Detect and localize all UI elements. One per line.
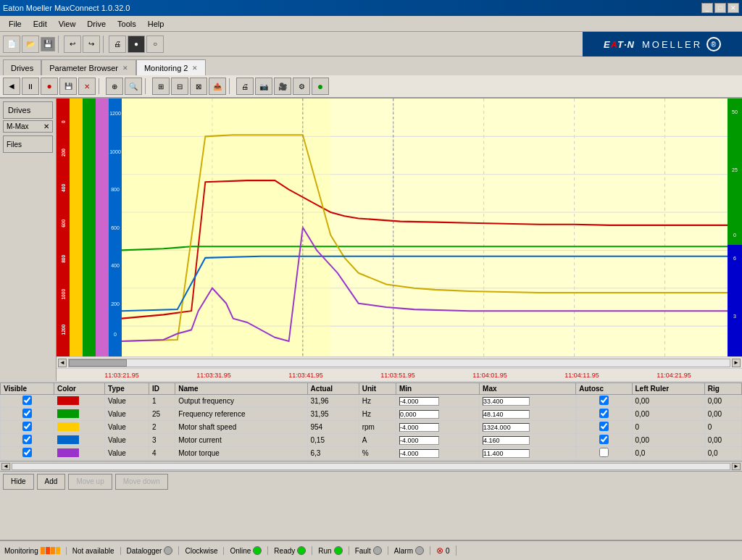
- print-button[interactable]: 🖨: [109, 35, 126, 53]
- autosc-checkbox-0[interactable]: [599, 396, 609, 405]
- max-input-1[interactable]: [483, 410, 530, 419]
- mon-fit-btn[interactable]: ⊞: [152, 78, 170, 95]
- row-min-4[interactable]: [396, 447, 479, 460]
- menu-tools[interactable]: Tools: [112, 18, 142, 30]
- row-autosc-2[interactable]: [576, 421, 632, 434]
- max-input-0[interactable]: [483, 397, 530, 406]
- row-max-3[interactable]: [480, 434, 576, 447]
- mmax-item[interactable]: M-Max ✕: [3, 120, 53, 133]
- scroll-track[interactable]: [68, 359, 730, 367]
- disconnect-button[interactable]: ○: [146, 35, 164, 53]
- table-row[interactable]: Value 1 Output frequency 31,96 Hz 0,00 0…: [1, 395, 742, 408]
- row-min-0[interactable]: [396, 395, 479, 408]
- row-autosc-0[interactable]: [576, 395, 632, 408]
- close-button[interactable]: ✕: [728, 3, 739, 13]
- autosc-checkbox-2[interactable]: [599, 422, 609, 431]
- mon-save-btn[interactable]: 💾: [59, 78, 77, 95]
- table-scroll-right[interactable]: ►: [732, 463, 741, 470]
- table-scroll-left[interactable]: ◄: [1, 463, 10, 470]
- tab-monitoring2-close[interactable]: ✕: [192, 64, 198, 72]
- redo-button[interactable]: ↪: [83, 35, 100, 53]
- table-scroll-track[interactable]: [12, 463, 730, 470]
- table-row[interactable]: Value 4 Motor torque 6,3 % 0,0 0,0: [1, 447, 742, 460]
- window-controls[interactable]: _ □ ✕: [701, 3, 739, 13]
- visible-checkbox-0[interactable]: [22, 396, 32, 405]
- mon-cursor-btn[interactable]: ⊕: [106, 78, 123, 95]
- min-input-4[interactable]: [399, 449, 439, 458]
- mmax-close-icon[interactable]: ✕: [43, 122, 49, 130]
- chart-area[interactable]: 10—0 1200 1000 800 600 400 200 0: [57, 99, 742, 356]
- mon-screenshot-btn[interactable]: 📷: [255, 78, 272, 95]
- mon-export-btn[interactable]: 📤: [209, 78, 226, 95]
- chart-svg[interactable]: [122, 99, 728, 356]
- max-input-4[interactable]: [483, 449, 530, 458]
- minimize-button[interactable]: _: [701, 3, 713, 13]
- max-input-2[interactable]: [483, 423, 530, 432]
- visible-checkbox-1[interactable]: [22, 409, 32, 418]
- mon-config-btn[interactable]: ⚙: [293, 78, 310, 95]
- visible-checkbox-4[interactable]: [22, 448, 32, 457]
- mon-print-btn[interactable]: 🖨: [236, 78, 254, 95]
- add-button[interactable]: Add: [37, 474, 66, 490]
- new-button[interactable]: 📄: [3, 35, 20, 53]
- table-row[interactable]: Value 25 Frequency reference 31,95 Hz 0,…: [1, 408, 742, 421]
- min-input-2[interactable]: [399, 423, 439, 432]
- mon-back-btn[interactable]: ◄: [3, 78, 20, 95]
- tab-monitoring2[interactable]: Monitoring 2 ✕: [136, 59, 207, 75]
- tab-param-close[interactable]: ✕: [122, 64, 128, 72]
- hide-button[interactable]: Hide: [3, 474, 34, 490]
- files-button[interactable]: Files: [3, 135, 53, 153]
- row-max-4[interactable]: [480, 447, 576, 460]
- mon-zoom-btn[interactable]: 🔍: [125, 78, 142, 95]
- autosc-checkbox-4[interactable]: [599, 448, 609, 457]
- row-max-2[interactable]: [480, 421, 576, 434]
- min-input-1[interactable]: [399, 410, 439, 419]
- row-autosc-1[interactable]: [576, 408, 632, 421]
- menu-edit[interactable]: Edit: [28, 18, 53, 30]
- visible-checkbox-2[interactable]: [22, 422, 32, 431]
- menu-help[interactable]: Help: [142, 18, 170, 30]
- row-autosc-3[interactable]: [576, 434, 632, 447]
- mon-cam-btn[interactable]: 🎥: [274, 78, 291, 95]
- tab-param-browser[interactable]: Parameter Browser ✕: [41, 59, 136, 75]
- move-down-button[interactable]: Move down: [115, 474, 168, 490]
- max-input-3[interactable]: [483, 436, 530, 445]
- mon-pause-btn[interactable]: ⏸: [22, 78, 39, 95]
- row-autosc-4[interactable]: [576, 447, 632, 460]
- row-visible-3[interactable]: [1, 434, 54, 447]
- connect-button[interactable]: ●: [128, 35, 145, 53]
- row-visible-0[interactable]: [1, 395, 54, 408]
- move-up-button[interactable]: Move up: [68, 474, 112, 490]
- mon-stop-btn[interactable]: ✕: [78, 78, 96, 95]
- maximize-button[interactable]: □: [714, 3, 726, 13]
- scroll-thumb[interactable]: [69, 359, 127, 367]
- menu-view[interactable]: View: [53, 18, 82, 30]
- row-max-0[interactable]: [480, 395, 576, 408]
- menu-file[interactable]: File: [3, 18, 28, 30]
- row-min-1[interactable]: [396, 408, 479, 421]
- scroll-left-btn[interactable]: ◄: [58, 359, 67, 367]
- menu-drive[interactable]: Drive: [81, 18, 112, 30]
- chart-scrollbar[interactable]: ◄ ►: [57, 356, 742, 368]
- autosc-checkbox-1[interactable]: [599, 409, 609, 418]
- row-min-3[interactable]: [396, 434, 479, 447]
- row-visible-1[interactable]: [1, 408, 54, 421]
- row-min-2[interactable]: [396, 421, 479, 434]
- mon-info-btn[interactable]: ●: [312, 78, 329, 95]
- mon-split-btn[interactable]: ⊠: [190, 78, 207, 95]
- table-scrollbar[interactable]: ◄ ►: [0, 461, 742, 471]
- save-button[interactable]: 💾: [41, 37, 55, 51]
- scroll-right-btn[interactable]: ►: [732, 359, 741, 367]
- row-visible-4[interactable]: [1, 447, 54, 460]
- open-button[interactable]: 📂: [22, 35, 39, 53]
- min-input-3[interactable]: [399, 436, 439, 445]
- mon-record-btn[interactable]: ●: [41, 78, 58, 95]
- mon-grid-btn[interactable]: ⊟: [171, 78, 188, 95]
- undo-button[interactable]: ↩: [64, 35, 81, 53]
- tab-drives[interactable]: Drives: [3, 59, 41, 75]
- visible-checkbox-3[interactable]: [22, 435, 32, 444]
- row-visible-2[interactable]: [1, 421, 54, 434]
- row-max-1[interactable]: [480, 408, 576, 421]
- min-input-0[interactable]: [399, 397, 439, 406]
- table-row[interactable]: Value 2 Motor shaft speed 954 rpm 0 0: [1, 421, 742, 434]
